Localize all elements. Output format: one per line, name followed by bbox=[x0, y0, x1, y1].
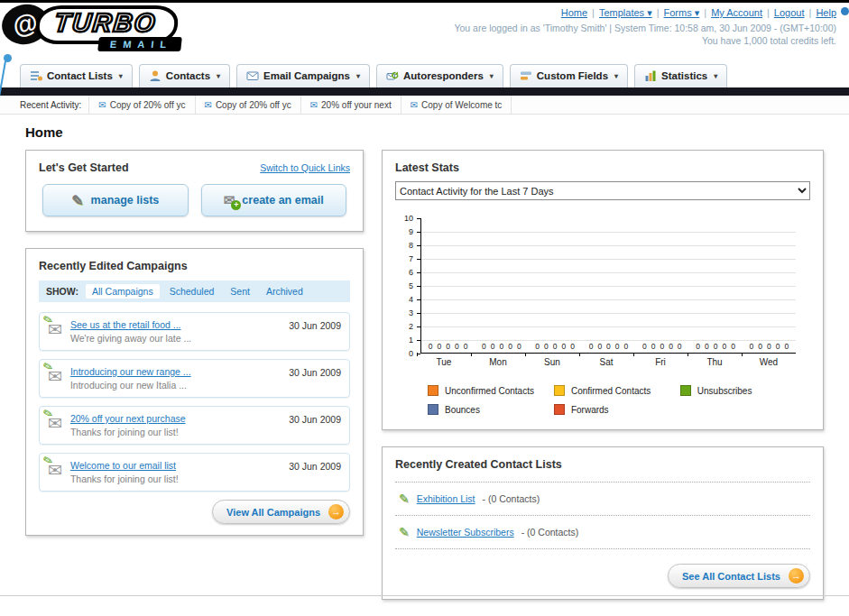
legend-item: Unsubscribes bbox=[680, 385, 807, 396]
latest-stats-panel: Latest Stats Contact Activity for the La… bbox=[382, 150, 824, 430]
y-tick-label: 1 bbox=[409, 336, 413, 345]
login-info: You are logged in as 'Timothy Smith' | S… bbox=[454, 23, 836, 33]
envelope-plus-icon: ✉+ bbox=[224, 192, 235, 208]
filter-tab-all-campaigns[interactable]: All Campaigns bbox=[86, 284, 160, 299]
x-tick-label: Sat bbox=[579, 357, 633, 367]
contact-activity-chart: 012345678910 000000000000000000000000000… bbox=[395, 218, 810, 367]
legend-color-swatch bbox=[428, 404, 438, 415]
recent-activity-label: Recent Activity: bbox=[20, 100, 81, 110]
campaign-row: ✉✎20% off your next purchaseThanks for j… bbox=[39, 406, 350, 445]
nav-link-home[interactable]: Home bbox=[561, 7, 587, 18]
view-all-campaigns-button[interactable]: View All Campaigns → bbox=[212, 500, 350, 524]
recent-activity-item[interactable]: ✉Copy of Welcome tc bbox=[401, 96, 512, 114]
bar-value-label: 0 bbox=[606, 342, 611, 351]
bar-value-label: 0 bbox=[767, 342, 771, 351]
arrow-right-icon: → bbox=[328, 504, 344, 519]
recent-activity-item[interactable]: ✉Copy of 20% off yc bbox=[195, 96, 300, 114]
gridline bbox=[421, 313, 796, 314]
page-title: Home bbox=[25, 124, 835, 140]
campaign-title-link[interactable]: 20% off your next purchase bbox=[70, 413, 281, 424]
legend-color-swatch bbox=[680, 385, 691, 396]
campaign-row: ✉✎Introducing our new range ...Introduci… bbox=[39, 359, 350, 398]
create-email-label: create an email bbox=[242, 194, 323, 207]
pencil-icon: ✎ bbox=[399, 492, 410, 506]
y-tick-label: 0 bbox=[409, 349, 413, 358]
bar-value-label: 0 bbox=[553, 342, 558, 351]
tab-email-campaigns[interactable]: Email Campaigns▾ bbox=[236, 64, 370, 87]
stats-period-select[interactable]: Contact Activity for the Last 7 Days bbox=[395, 181, 810, 200]
bar-value-label: 0 bbox=[517, 342, 521, 351]
nav-link-help[interactable]: Help bbox=[816, 7, 836, 18]
gridline bbox=[421, 245, 796, 246]
contact-list-link[interactable]: Exhibition List bbox=[417, 493, 475, 504]
campaign-date: 30 Jun 2009 bbox=[289, 367, 341, 378]
campaign-row: ✉✎Welcome to our email listThanks for jo… bbox=[39, 453, 350, 492]
recent-activity-text: Copy of 20% off yc bbox=[110, 100, 186, 110]
filter-tab-sent[interactable]: Sent bbox=[224, 284, 256, 299]
main-nav: Contact Lists▾Contacts▾Email Campaigns▾A… bbox=[0, 59, 849, 87]
nav-separator: | bbox=[657, 7, 660, 18]
bar-value-label: 0 bbox=[500, 342, 504, 351]
y-tick-label: 10 bbox=[404, 214, 413, 223]
campaign-subtitle: Thanks for joining our list! bbox=[70, 473, 281, 484]
campaign-title-link[interactable]: Introducing our new range ... bbox=[70, 366, 281, 377]
legend-color-swatch bbox=[428, 385, 438, 396]
switch-quick-links-link[interactable]: Switch to Quick Links bbox=[260, 162, 350, 173]
bar-value-label: 0 bbox=[597, 342, 602, 351]
y-tick-label: 2 bbox=[409, 322, 413, 331]
contact-list-count: - (0 Contacts) bbox=[521, 527, 579, 538]
legend-label: Forwards bbox=[571, 405, 609, 415]
nav-link-logout[interactable]: Logout bbox=[774, 7, 805, 18]
bar-value-label: 0 bbox=[624, 342, 629, 351]
create-email-button[interactable]: ✉+ create an email bbox=[201, 184, 347, 216]
envelope-icon: ✉ bbox=[98, 100, 106, 110]
tab-statistics[interactable]: Statistics▾ bbox=[634, 64, 727, 87]
y-tick-label: 6 bbox=[409, 268, 413, 277]
tab-contact-lists[interactable]: Contact Lists▾ bbox=[20, 64, 133, 87]
bar-value-label: 0 bbox=[508, 342, 512, 351]
nav-link-forms[interactable]: Forms ▾ bbox=[664, 7, 700, 18]
bar-value-label: 0 bbox=[589, 342, 594, 351]
manage-lists-button[interactable]: ✎ manage lists bbox=[42, 184, 189, 216]
bar-value-label: 0 bbox=[678, 342, 682, 351]
tab-custom-fields[interactable]: Custom Fields▾ bbox=[510, 64, 628, 87]
tab-label: Email Campaigns bbox=[263, 70, 350, 81]
decoration-blue-dot-right bbox=[841, 7, 849, 15]
filter-tab-scheduled[interactable]: Scheduled bbox=[163, 284, 221, 299]
value-label-group: 00000 bbox=[529, 342, 582, 351]
y-tick-mark bbox=[417, 259, 420, 260]
envelope-icon: ✉ bbox=[411, 100, 418, 110]
bar-value-label: 0 bbox=[776, 342, 780, 351]
nav-link-my-account[interactable]: My Account bbox=[711, 7, 762, 18]
legend-label: Confirmed Contacts bbox=[571, 386, 651, 396]
value-label-group: 00000 bbox=[635, 342, 688, 351]
recent-activity-item[interactable]: ✉20% off your next bbox=[300, 96, 401, 114]
recent-activity-text: Copy of 20% off yc bbox=[216, 100, 291, 110]
tab-contacts[interactable]: Contacts▾ bbox=[139, 64, 230, 87]
filter-tab-archived[interactable]: Archived bbox=[260, 284, 309, 299]
value-label-group: 00000 bbox=[421, 342, 475, 351]
y-tick-mark bbox=[417, 299, 420, 300]
autoresponders-icon bbox=[386, 69, 399, 82]
manage-lists-label: manage lists bbox=[91, 194, 160, 207]
bar-value-label: 0 bbox=[429, 342, 433, 351]
recent-activity-items: ✉Copy of 20% off yc✉Copy of 20% off yc✉2… bbox=[88, 96, 512, 114]
tab-autoresponders[interactable]: Autoresponders▾ bbox=[376, 64, 503, 87]
stats-title: Latest Stats bbox=[395, 161, 810, 174]
recent-activity-text: 20% off your next bbox=[321, 100, 392, 110]
bar-value-label: 0 bbox=[669, 342, 673, 351]
chart-legend: Unconfirmed ContactsConfirmed ContactsUn… bbox=[428, 385, 810, 415]
recent-activity-item[interactable]: ✉Copy of 20% off yc bbox=[88, 96, 194, 114]
email-pencil-icon: ✉✎ bbox=[48, 366, 62, 389]
nav-link-templates[interactable]: Templates ▾ bbox=[599, 7, 652, 18]
y-tick-label: 8 bbox=[409, 241, 413, 250]
contact-list-link[interactable]: Newsletter Subscribers bbox=[417, 527, 514, 538]
gridline bbox=[421, 286, 796, 287]
bar-value-label: 0 bbox=[642, 342, 647, 351]
campaign-title-link[interactable]: Welcome to our email list bbox=[70, 460, 281, 471]
contact-list-count: - (0 Contacts) bbox=[483, 493, 540, 504]
legend-item: Unconfirmed Contacts bbox=[428, 385, 554, 396]
see-all-contact-lists-button[interactable]: See All Contact Lists → bbox=[668, 564, 810, 588]
campaign-title-link[interactable]: See us at the retail food ... bbox=[70, 319, 281, 330]
pencil-icon: ✎ bbox=[399, 525, 410, 539]
